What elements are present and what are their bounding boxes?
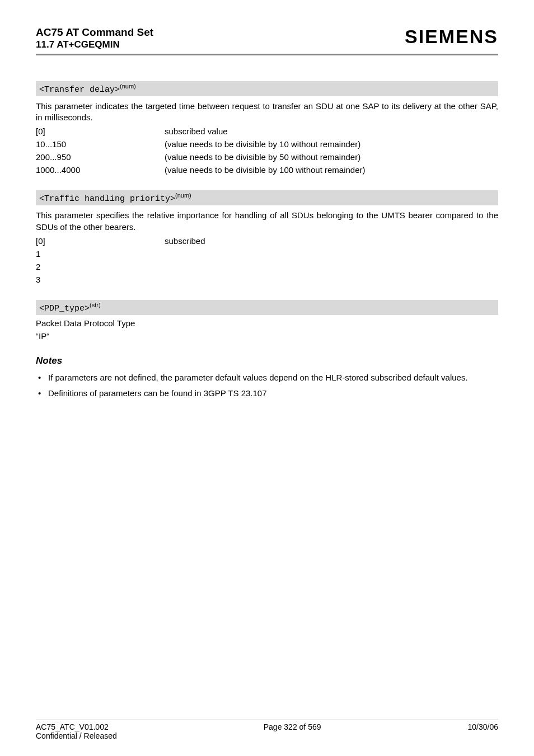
param-row: 2 <box>36 262 498 271</box>
param-line: Packet Data Protocol Type <box>36 318 498 328</box>
doc-title: AC75 AT Command Set <box>36 26 153 39</box>
param-key: 200...950 <box>36 152 165 162</box>
param-name: <PDP_type> <box>39 304 90 313</box>
page-footer: AC75_ATC_V01.002 Confidential / Released… <box>36 720 498 740</box>
param-sup: (str) <box>90 302 101 308</box>
param-key: 3 <box>36 275 165 284</box>
param-row: 1000...4000(value needs to be divisible … <box>36 165 498 175</box>
param-key: 10...150 <box>36 139 165 149</box>
param-bar-transfer-delay: <Transfer delay>(num) <box>36 81 498 96</box>
footer-left: AC75_ATC_V01.002 Confidential / Released <box>36 722 117 740</box>
param-bar-pdp-type: <PDP_type>(str) <box>36 300 498 315</box>
param-line: “IP“ <box>36 331 498 341</box>
notes-heading: Notes <box>36 355 498 367</box>
param-key: 2 <box>36 262 165 271</box>
notes-list: If parameters are not defined, the param… <box>36 372 498 400</box>
footer-date: 10/30/06 <box>468 722 499 740</box>
param-val <box>165 249 498 259</box>
doc-subtitle: 11.7 AT+CGEQMIN <box>36 39 153 50</box>
param-row: 1 <box>36 249 498 259</box>
param-key: 1 <box>36 249 165 259</box>
header-left: AC75 AT Command Set 11.7 AT+CGEQMIN <box>36 26 153 50</box>
param-row: 200...950(value needs to be divisible by… <box>36 152 498 162</box>
param-val: (value needs to be divisible by 50 witho… <box>165 152 498 162</box>
param-desc: This parameter specifies the relative im… <box>36 210 498 233</box>
param-row: 10...150(value needs to be divisible by … <box>36 139 498 149</box>
note-item: Definitions of parameters can be found i… <box>36 388 498 399</box>
page-header: AC75 AT Command Set 11.7 AT+CGEQMIN SIEM… <box>36 26 498 55</box>
param-row: 3 <box>36 275 498 284</box>
footer-doc-id: AC75_ATC_V01.002 <box>36 722 117 731</box>
footer-confidential: Confidential / Released <box>36 731 117 740</box>
brand-logo: SIEMENS <box>405 26 498 48</box>
param-row: [0]subscribed value <box>36 126 498 136</box>
param-val <box>165 262 498 271</box>
param-row: [0]subscribed <box>36 236 498 246</box>
param-val: (value needs to be divisible by 100 with… <box>165 165 498 175</box>
param-bar-traffic-priority: <Traffic handling priority>(num) <box>36 190 498 205</box>
param-sup: (num) <box>175 192 191 199</box>
footer-page: Page 322 of 569 <box>264 722 321 740</box>
param-val <box>165 275 498 284</box>
param-key: [0] <box>36 126 165 136</box>
param-desc: This parameter indicates the targeted ti… <box>36 101 498 124</box>
param-key: [0] <box>36 236 165 246</box>
param-key: 1000...4000 <box>36 165 165 175</box>
note-item: If parameters are not defined, the param… <box>36 372 498 383</box>
param-name: <Transfer delay> <box>39 85 120 95</box>
param-val: (value needs to be divisible by 10 witho… <box>165 139 498 149</box>
param-sup: (num) <box>120 83 136 90</box>
param-val: subscribed value <box>165 126 498 136</box>
param-val: subscribed <box>165 236 498 246</box>
param-name: <Traffic handling priority> <box>39 194 175 204</box>
